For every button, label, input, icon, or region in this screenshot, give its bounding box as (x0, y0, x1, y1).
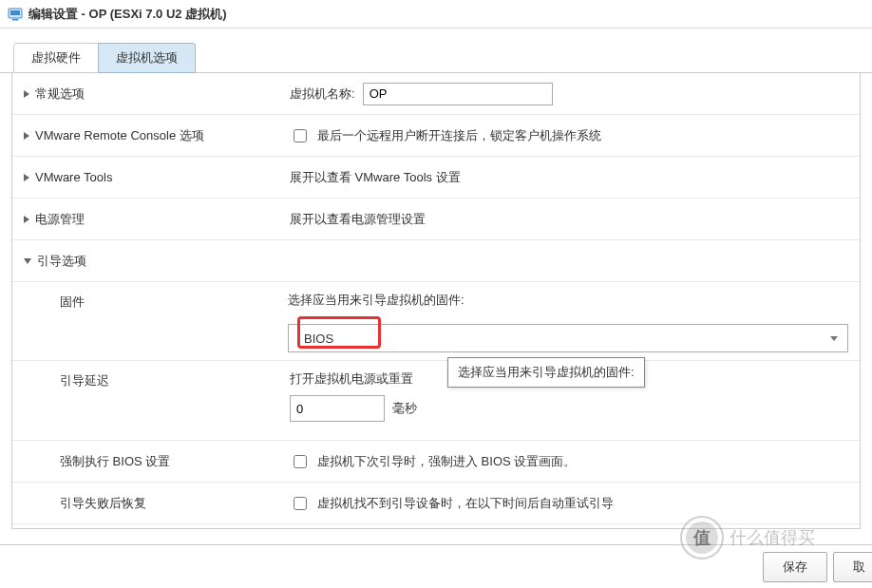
watermark-text: 什么值得买 (730, 526, 815, 549)
row-vmrc-body: 最后一个远程用户断开连接后，锁定客户机操作系统 (278, 119, 860, 153)
save-button[interactable]: 保存 (763, 552, 827, 582)
firmware-select-value: BIOS (298, 332, 333, 346)
tab-vm-options[interactable]: 虚拟机选项 (98, 43, 196, 73)
delay-unit: 毫秒 (392, 400, 417, 417)
row-delay-label: 引导延迟 (60, 372, 109, 389)
row-firmware-label-col: 固件 (12, 282, 276, 318)
vmrc-lock-checkbox[interactable] (294, 129, 307, 142)
chevron-right-icon (24, 174, 29, 181)
row-vmrc-header[interactable]: VMware Remote Console 选项 (12, 120, 278, 152)
row-general-body: 虚拟机名称: (278, 75, 860, 113)
row-boot-delay: 引导延迟 打开虚拟机电源或重置 毫秒 选择应当用来引导虚拟机的固件: (12, 361, 860, 441)
chevron-down-icon (830, 336, 838, 341)
row-vmrc-options: VMware Remote Console 选项 最后一个远程用户断开连接后，锁… (12, 115, 860, 157)
row-power-label: 电源管理 (35, 211, 85, 228)
row-vmtools: VMware Tools 展开以查看 VMware Tools 设置 (12, 157, 860, 199)
firmware-hint: 选择应当用来引导虚拟机的固件: (288, 292, 464, 309)
dialog-footer: 值 什么值得买 保存 取 (0, 544, 872, 588)
force-bios-label: 虚拟机下次引导时，强制进入 BIOS 设置画面。 (317, 453, 576, 470)
row-vmtools-label: VMware Tools (35, 170, 112, 184)
row-boot-body (278, 254, 860, 269)
tab-hardware[interactable]: 虚拟硬件 (13, 43, 99, 73)
vm-icon (8, 7, 23, 22)
row-forcebios-label-col: 强制执行 BIOS 设置 (12, 446, 278, 478)
chevron-right-icon (24, 216, 29, 223)
chevron-right-icon (24, 132, 29, 140)
svg-rect-1 (10, 10, 20, 15)
boot-fail-retry-checkbox[interactable] (294, 497, 307, 510)
options-content: 常规选项 虚拟机名称: VMware Remote Console 选项 最后一… (11, 73, 861, 529)
row-delay-label-col: 引导延迟 (12, 361, 278, 397)
tabbar: 虚拟硬件 虚拟机选项 (0, 28, 872, 73)
row-power-body: 展开以查看电源管理设置 (278, 203, 860, 236)
row-general-options: 常规选项 虚拟机名称: (12, 73, 860, 115)
row-bootfail-body: 虚拟机找不到引导设备时，在以下时间后自动重试引导 (278, 486, 860, 521)
row-boot-label: 引导选项 (37, 253, 86, 270)
row-firmware-label: 固件 (60, 294, 85, 311)
titlebar: 编辑设置 - OP (ESXi 7.0 U2 虚拟机) (0, 0, 872, 28)
row-force-bios: 强制执行 BIOS 设置 虚拟机下次引导时，强制进入 BIOS 设置画面。 (12, 441, 860, 483)
row-bootfail-label-col: 引导失败后恢复 (12, 487, 278, 520)
row-forcebios-body: 虚拟机下次引导时，强制进入 BIOS 设置画面。 (278, 445, 860, 479)
row-general-label: 常规选项 (35, 85, 85, 103)
row-power: 电源管理 展开以查看电源管理设置 (12, 199, 860, 240)
vmname-input[interactable] (363, 83, 553, 105)
force-bios-checkbox[interactable] (294, 455, 307, 468)
row-general-header[interactable]: 常规选项 (12, 78, 278, 110)
firmware-tooltip: 选择应当用来引导虚拟机的固件: (447, 357, 645, 388)
row-forcebios-label: 强制执行 BIOS 设置 (60, 453, 170, 470)
chevron-down-icon (24, 258, 31, 264)
row-vmtools-body: 展开以查看 VMware Tools 设置 (278, 161, 860, 194)
row-boot-options: 引导选项 (12, 240, 860, 282)
delay-hint: 打开虚拟机电源或重置 (290, 370, 413, 388)
row-vmtools-header[interactable]: VMware Tools (12, 162, 278, 192)
boot-fail-retry-label: 虚拟机找不到引导设备时，在以下时间后自动重试引导 (317, 495, 614, 512)
vmname-label: 虚拟机名称: (290, 85, 355, 103)
row-power-header[interactable]: 电源管理 (12, 203, 278, 236)
firmware-select[interactable]: BIOS (288, 324, 848, 352)
vmrc-lock-label: 最后一个远程用户断开连接后，锁定客户机操作系统 (317, 127, 601, 144)
row-firmware-body: 选择应当用来引导虚拟机的固件: BIOS (276, 282, 860, 360)
vmtools-hint: 展开以查看 VMware Tools 设置 (290, 169, 461, 186)
power-hint: 展开以查看电源管理设置 (290, 211, 426, 228)
edit-settings-dialog: 编辑设置 - OP (ESXi 7.0 U2 虚拟机) 虚拟硬件 虚拟机选项 常… (0, 0, 872, 588)
chevron-right-icon (24, 90, 29, 98)
cancel-button[interactable]: 取 (833, 552, 872, 582)
row-boot-header[interactable]: 引导选项 (12, 245, 278, 277)
row-boot-fail-recovery: 引导失败后恢复 虚拟机找不到引导设备时，在以下时间后自动重试引导 (12, 483, 860, 524)
boot-delay-input[interactable] (290, 395, 385, 422)
row-bootfail-label: 引导失败后恢复 (60, 495, 146, 512)
window-title: 编辑设置 - OP (ESXi 7.0 U2 虚拟机) (28, 6, 227, 23)
svg-rect-2 (12, 19, 18, 21)
row-vmrc-label: VMware Remote Console 选项 (35, 127, 204, 144)
row-firmware: 固件 选择应当用来引导虚拟机的固件: BIOS (12, 282, 860, 361)
